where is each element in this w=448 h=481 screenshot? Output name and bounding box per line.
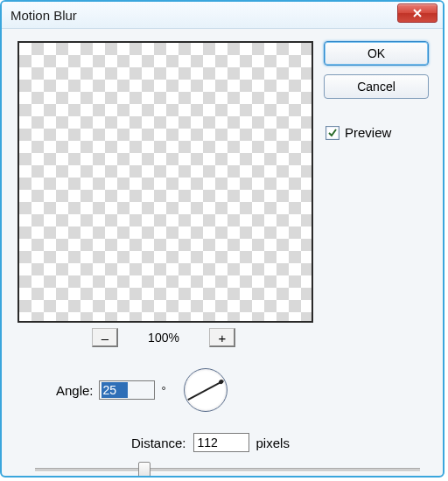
close-icon (412, 9, 423, 17)
slider-rail (35, 468, 420, 472)
check-icon (327, 128, 338, 138)
distance-row: Distance: pixels (131, 433, 429, 452)
cancel-button[interactable]: Cancel (324, 74, 429, 99)
distance-slider[interactable] (35, 461, 420, 478)
angle-needle (187, 380, 223, 401)
close-button[interactable] (397, 3, 438, 23)
distance-unit: pixels (256, 436, 290, 450)
button-column: OK Cancel Preview (324, 41, 429, 140)
titlebar[interactable]: Motion Blur (2, 2, 443, 29)
minus-icon: – (102, 331, 108, 345)
ok-button[interactable]: OK (324, 41, 429, 66)
window-title: Motion Blur (10, 8, 77, 23)
preview-canvas[interactable] (18, 41, 313, 323)
angle-label: Angle: (56, 383, 94, 398)
degree-symbol: ° (162, 384, 166, 397)
distance-input[interactable] (193, 433, 249, 452)
angle-dial[interactable] (184, 368, 228, 412)
zoom-controls: – 100% + (18, 328, 310, 347)
zoom-in-button[interactable]: + (209, 328, 235, 347)
distance-label: Distance: (131, 436, 186, 450)
dialog-window: Motion Blur – 100% + Angle: ° (0, 0, 444, 478)
slider-thumb[interactable] (138, 462, 150, 478)
angle-input[interactable] (99, 380, 155, 400)
dialog-content: – 100% + Angle: ° Distance: pixels (2, 29, 443, 478)
zoom-level: 100% (143, 331, 185, 345)
preview-checkbox-row: Preview (326, 125, 429, 140)
preview-checkbox-label: Preview (345, 125, 391, 140)
angle-row: Angle: ° (56, 368, 429, 412)
preview-checkbox[interactable] (326, 126, 340, 140)
plus-icon: + (219, 331, 227, 345)
zoom-out-button[interactable]: – (92, 328, 118, 347)
